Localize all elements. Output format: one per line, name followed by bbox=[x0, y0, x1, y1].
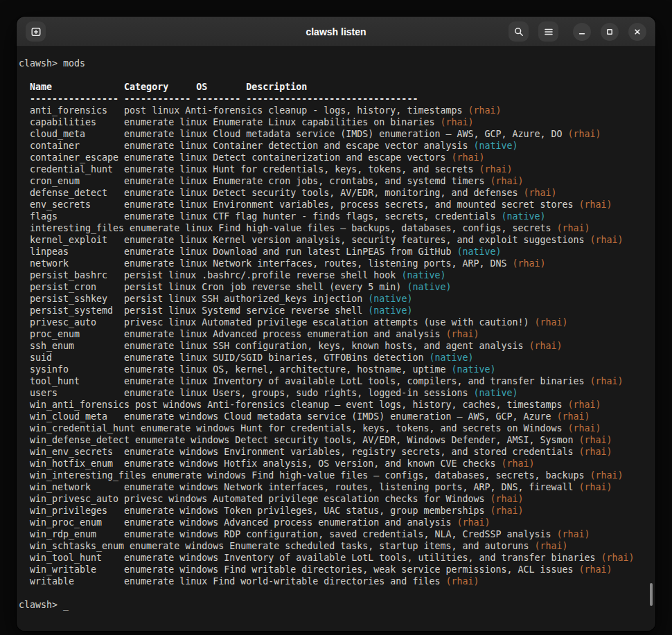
new-tab-button[interactable] bbox=[26, 21, 46, 42]
module-row: sysinfo enumerate linux OS, kernel, arch… bbox=[19, 364, 653, 375]
engine-tag: (native) bbox=[501, 211, 545, 222]
engine-tag: (rhai) bbox=[590, 376, 624, 386]
shell-prompt: clawsh> bbox=[19, 58, 58, 69]
module-row: ssh_enum enumerate linux SSH configurati… bbox=[19, 340, 653, 352]
engine-tag: (rhai) bbox=[579, 482, 612, 492]
module-row: interesting_files enumerate linux Find h… bbox=[19, 222, 653, 234]
module-row: win_cloud_meta enumerate windows Cloud m… bbox=[19, 411, 653, 422]
engine-tag: (native) bbox=[407, 282, 451, 292]
engine-tag: (native) bbox=[368, 294, 412, 304]
engine-tag: (rhai) bbox=[445, 329, 479, 339]
engine-tag: (rhai) bbox=[601, 553, 635, 563]
engine-tag: (rhai) bbox=[579, 435, 612, 445]
engine-tag: (rhai) bbox=[557, 411, 590, 422]
new-tab-icon bbox=[30, 26, 42, 37]
engine-tag: (rhai) bbox=[512, 258, 545, 269]
module-row: cron_enum enumerate linux Enumerate cron… bbox=[19, 175, 653, 187]
module-row: defense_detect enumerate linux Detect se… bbox=[19, 187, 653, 199]
engine-tag: (native) bbox=[368, 305, 412, 316]
module-row: persist_bashrc persist linux .bashrc/.pr… bbox=[19, 269, 653, 281]
module-row: win_network enumerate windows Network in… bbox=[19, 481, 653, 493]
module-row: credential_hunt enumerate linux Hunt for… bbox=[19, 163, 653, 175]
blank-line bbox=[19, 69, 653, 81]
engine-tag: (rhai) bbox=[557, 223, 590, 233]
engine-tag: (rhai) bbox=[451, 152, 484, 163]
engine-tag: (native) bbox=[473, 141, 518, 151]
module-row: win_proc_enum enumerate windows Advanced… bbox=[19, 517, 653, 528]
module-row: win_credential_hunt enumerate windows Hu… bbox=[19, 422, 653, 434]
module-row: suid enumerate linux SUID/SGID binaries,… bbox=[19, 352, 653, 364]
module-row: win_rdp_enum enumerate windows RDP confi… bbox=[19, 528, 653, 540]
module-row: anti_forensics post linux Anti-forensics… bbox=[19, 105, 653, 116]
engine-tag: (rhai) bbox=[579, 199, 612, 210]
module-row: win_writable enumerate windows Find writ… bbox=[19, 564, 653, 575]
module-row: writable enumerate linux Find world-writ… bbox=[19, 575, 653, 587]
engine-tag: (rhai) bbox=[468, 105, 501, 116]
terminal-output[interactable]: clawsh> mods Name Category OS Descriptio… bbox=[17, 47, 655, 631]
search-button[interactable] bbox=[509, 21, 529, 42]
engine-tag: (rhai) bbox=[535, 317, 568, 328]
engine-tag: (native) bbox=[429, 352, 473, 363]
module-row: proc_enum enumerate linux Advanced proce… bbox=[19, 328, 653, 340]
module-row: users enumerate linux Users, groups, sud… bbox=[19, 387, 653, 399]
titlebar-right-controls bbox=[509, 21, 646, 42]
engine-tag: (rhai) bbox=[445, 576, 479, 587]
menu-button[interactable] bbox=[538, 21, 558, 42]
module-row: tool_hunt enumerate linux Inventory of a… bbox=[19, 375, 653, 387]
terminal-lines: clawsh> mods Name Category OS Descriptio… bbox=[19, 57, 653, 611]
engine-tag: (native) bbox=[457, 247, 501, 257]
module-row: kernel_exploit enumerate linux Kernel ve… bbox=[19, 234, 653, 246]
engine-tag: (rhai) bbox=[579, 447, 612, 457]
engine-tag: (rhai) bbox=[568, 400, 601, 410]
blank-line bbox=[19, 587, 653, 599]
minimize-button[interactable] bbox=[573, 23, 591, 41]
engine-tag: (rhai) bbox=[579, 564, 612, 575]
module-row: linpeas enumerate linux Download and run… bbox=[19, 246, 653, 258]
engine-tag: (rhai) bbox=[490, 494, 523, 504]
module-row: win_anti_forensics post windows Anti-for… bbox=[19, 399, 653, 411]
module-row: win_privileges enumerate windows Token p… bbox=[19, 505, 653, 517]
engine-tag: (rhai) bbox=[529, 341, 563, 351]
desktop-background: clawsh listen bbox=[0, 0, 672, 635]
minimize-icon bbox=[577, 27, 587, 37]
engine-tag: (rhai) bbox=[568, 129, 601, 139]
engine-tag: (rhai) bbox=[535, 541, 568, 551]
maximize-button[interactable] bbox=[601, 23, 619, 41]
engine-tag: (rhai) bbox=[490, 176, 523, 186]
scrollbar-thumb[interactable] bbox=[650, 583, 653, 606]
menu-icon bbox=[543, 26, 554, 37]
engine-tag: (rhai) bbox=[524, 188, 557, 198]
engine-tag: (rhai) bbox=[479, 164, 512, 175]
module-row: win_hotfix_enum enumerate windows Hotfix… bbox=[19, 458, 653, 469]
module-row: env_secrets enumerate linux Environment … bbox=[19, 199, 653, 211]
titlebar[interactable]: clawsh listen bbox=[17, 17, 655, 47]
module-row: network enumerate linux Network interfac… bbox=[19, 258, 653, 269]
module-row: capabilities enumerate linux Enumerate L… bbox=[19, 116, 653, 128]
module-row: persist_sshkey persist linux SSH authori… bbox=[19, 293, 653, 305]
table-divider: ---------------- ------------ -------- -… bbox=[19, 93, 653, 105]
module-row: win_env_secrets enumerate windows Enviro… bbox=[19, 446, 653, 458]
engine-tag: (native) bbox=[451, 364, 495, 375]
engine-tag: (rhai) bbox=[568, 423, 601, 433]
engine-tag: (rhai) bbox=[501, 458, 534, 469]
engine-tag: (rhai) bbox=[457, 517, 490, 528]
module-row: win_schtasks_enum enumerate windows Enum… bbox=[19, 540, 653, 552]
terminal-window: clawsh listen bbox=[17, 17, 655, 631]
engine-tag: (native) bbox=[473, 388, 518, 398]
prompt-line: clawsh> mods bbox=[19, 57, 653, 69]
module-row: flags enumerate linux CTF flag hunter - … bbox=[19, 211, 653, 222]
module-row: container_escape enumerate linux Detect … bbox=[19, 152, 653, 163]
module-row: win_defense_detect enumerate windows Det… bbox=[19, 434, 653, 446]
close-icon bbox=[633, 27, 642, 37]
close-button[interactable] bbox=[628, 23, 646, 41]
module-row: win_tool_hunt enumerate windows Inventor… bbox=[19, 552, 653, 564]
module-row: persist_cron persist linux Cron job reve… bbox=[19, 281, 653, 293]
engine-tag: (rhai) bbox=[590, 470, 624, 481]
engine-tag: (rhai) bbox=[590, 235, 624, 245]
search-icon bbox=[513, 26, 524, 37]
table-header: Name Category OS Description bbox=[19, 81, 653, 93]
module-row: win_interesting_files enumerate windows … bbox=[19, 469, 653, 481]
module-row: container enumerate linux Container dete… bbox=[19, 140, 653, 152]
window-controls bbox=[573, 23, 646, 41]
prompt-line-current: clawsh> _ bbox=[19, 599, 653, 611]
